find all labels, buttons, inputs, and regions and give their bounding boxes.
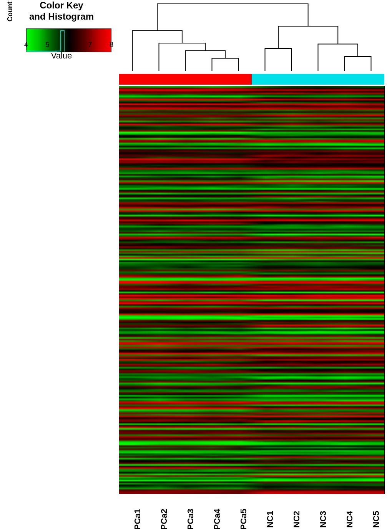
color-key-title-line2: and Histogram <box>29 11 94 22</box>
color-key-xtick-1: 5 <box>45 41 49 49</box>
column-label-NC5: NC5 <box>371 511 381 528</box>
color-key-xtick-2: 6 <box>67 41 71 49</box>
color-key-title-line1: Color Key <box>40 0 83 10</box>
color-key-title: Color Key and Histogram <box>8 0 115 22</box>
heatmap-body <box>119 86 384 494</box>
column-labels: PCa1PCa2PCa3PCa4PCa5NC1NC2NC3NC4NC5 <box>119 497 384 532</box>
color-key-xtick-0: 4 <box>24 41 28 49</box>
color-key-xtick-3: 7 <box>88 41 92 49</box>
column-label-PCa1: PCa1 <box>133 509 143 530</box>
column-label-PCa3: PCa3 <box>186 509 196 530</box>
group-bar-NC <box>252 74 384 85</box>
column-dendrogram <box>119 2 384 71</box>
column-label-PCa2: PCa2 <box>159 509 169 530</box>
column-label-NC1: NC1 <box>265 511 275 528</box>
column-group-bar <box>119 74 384 85</box>
color-key-panel: Color Key and Histogram Count 0 30000 4 … <box>8 0 115 77</box>
color-key-ylabel: Count <box>6 2 14 22</box>
column-label-NC2: NC2 <box>292 511 302 528</box>
column-label-PCa5: PCa5 <box>239 509 249 530</box>
column-label-NC4: NC4 <box>345 511 355 528</box>
color-key-xlabel: Value <box>8 51 115 61</box>
color-key-xtick-4: 8 <box>110 41 113 49</box>
column-label-NC3: NC3 <box>318 511 328 528</box>
column-label-PCa4: PCa4 <box>212 509 222 530</box>
group-bar-PCa <box>119 74 252 85</box>
